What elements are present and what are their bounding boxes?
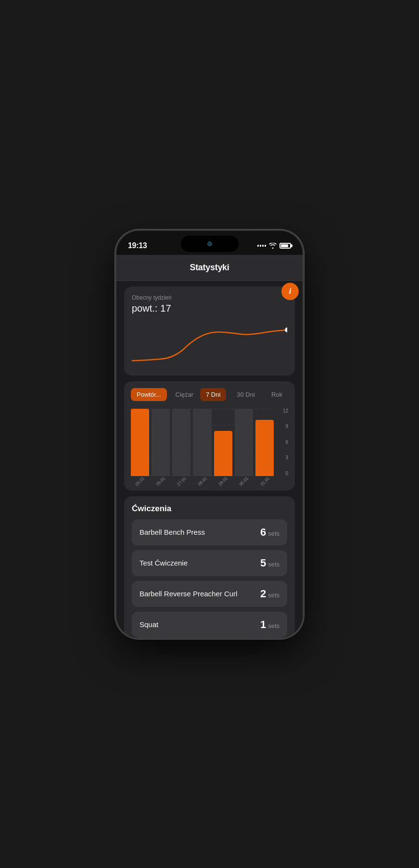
- chart-metric-prefix: powt.:: [132, 303, 157, 314]
- exercise-sets-2: 5 sets: [260, 557, 279, 569]
- sets-number-4: 1: [260, 618, 266, 631]
- bar-4: [193, 409, 211, 476]
- filter-repetitions[interactable]: Powtór...: [131, 388, 167, 401]
- exercise-item-1[interactable]: Barbell Bench Press 6 sets: [132, 519, 287, 545]
- bars-container: [131, 409, 288, 476]
- bar-chart-card: Powtór... Ciężar 7 Dni 30 Dni Rok: [124, 381, 295, 491]
- sets-label-4: sets: [268, 622, 279, 629]
- filter-7days[interactable]: 7 Dni: [200, 388, 226, 401]
- sets-label-2: sets: [268, 561, 279, 568]
- bar-6: [235, 409, 253, 476]
- bar-col-4: [193, 409, 211, 476]
- scroll-content[interactable]: Statystyki i Obecny tydzień powt.:17: [116, 255, 303, 638]
- exercises-section: Ćwiczenia Barbell Bench Press 6 sets Tes…: [124, 496, 295, 638]
- bar-chart-area: 0 3 6 9 12: [131, 409, 288, 476]
- info-button[interactable]: i: [281, 283, 299, 300]
- bar-3: [172, 409, 190, 476]
- status-bar: 19:13: [116, 231, 303, 255]
- exercise-sets-4: 1 sets: [260, 618, 279, 631]
- bar-col-2: [152, 409, 170, 476]
- bar-col-7: [255, 409, 274, 476]
- exercises-title: Ćwiczenia: [132, 504, 287, 514]
- line-chart: [132, 320, 287, 368]
- dynamic-island: [181, 236, 239, 252]
- sets-label-3: sets: [268, 591, 279, 599]
- bar-col-3: [172, 409, 190, 476]
- bar-col-1: [131, 409, 149, 476]
- sets-number-1: 6: [260, 526, 266, 539]
- dynamic-island-camera: [207, 241, 212, 246]
- bar-col-5: [214, 409, 232, 476]
- filter-right: 7 Dni 30 Dni Rok: [200, 388, 288, 401]
- chart-period-label: Obecny tydzień: [132, 294, 287, 301]
- exercise-name-1: Barbell Bench Press: [140, 528, 205, 537]
- main-content: i Obecny tydzień powt.:17: [116, 281, 303, 638]
- bar-7: [255, 420, 274, 476]
- status-time: 19:13: [128, 241, 147, 250]
- sets-number-3: 2: [260, 588, 266, 600]
- chart-value: powt.:17: [132, 303, 287, 314]
- status-right: [257, 243, 291, 249]
- x-labels: 25.01 26.01 27.01 28.01 29.01 30.01 31.0…: [131, 479, 288, 484]
- filter-year[interactable]: Rok: [266, 388, 288, 401]
- exercise-item-3[interactable]: Barbell Reverse Preacher Curl 2 sets: [132, 581, 287, 607]
- exercise-sets-3: 2 sets: [260, 588, 279, 600]
- filter-left: Powtór... Ciężar: [131, 388, 199, 401]
- svg-point-0: [285, 327, 287, 332]
- bar-5: [214, 431, 232, 476]
- exercise-item-4[interactable]: Squat 1 sets: [132, 612, 287, 638]
- exercise-sets-1: 6 sets: [260, 526, 279, 539]
- filter-weight[interactable]: Ciężar: [170, 388, 200, 401]
- line-chart-card: i Obecny tydzień powt.:17: [124, 287, 295, 376]
- line-chart-svg: [132, 320, 287, 368]
- chart-metric-value: 17: [160, 303, 171, 314]
- filter-row: Powtór... Ciężar 7 Dni 30 Dni Rok: [131, 388, 288, 401]
- battery-fill: [281, 244, 288, 247]
- filter-30days[interactable]: 30 Dni: [231, 388, 261, 401]
- exercise-item-2[interactable]: Test Ćwiczenie 5 sets: [132, 550, 287, 576]
- sets-number-2: 5: [260, 557, 266, 569]
- exercise-name-4: Squat: [140, 620, 158, 629]
- exercise-name-3: Barbell Reverse Preacher Curl: [140, 589, 237, 599]
- signal-icon: [257, 245, 266, 247]
- bar-1: [131, 409, 149, 476]
- phone-inner: 19:13: [116, 231, 303, 638]
- sets-label-1: sets: [268, 530, 279, 537]
- bar-2: [152, 409, 170, 476]
- battery-icon: [279, 243, 291, 249]
- bar-col-6: [235, 409, 253, 476]
- page-title: Statystyki: [190, 263, 229, 272]
- wifi-icon: [269, 243, 277, 249]
- exercise-name-2: Test Ćwiczenie: [140, 558, 188, 568]
- page-header: Statystyki: [116, 255, 303, 281]
- phone-frame: 19:13: [115, 229, 304, 639]
- exercise-list: Barbell Bench Press 6 sets Test Ćwiczeni…: [132, 519, 287, 638]
